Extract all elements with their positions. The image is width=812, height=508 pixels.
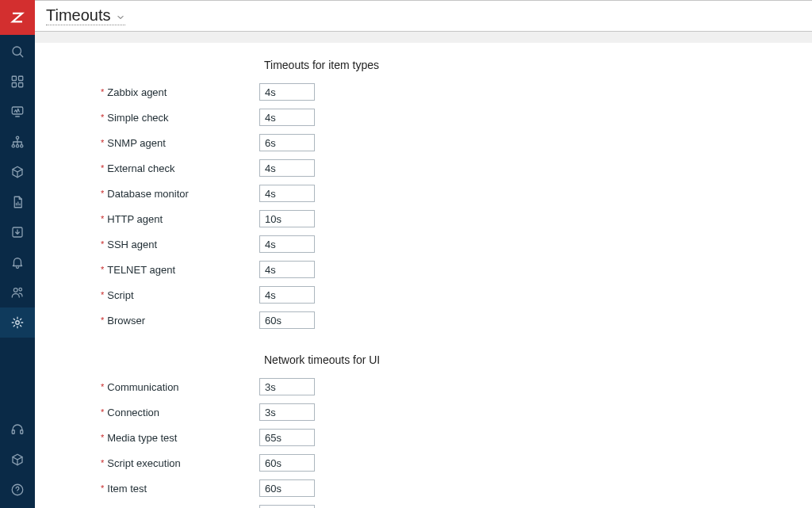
zabbix-logo-icon [10, 10, 25, 25]
main: Timeouts Timeouts for item types *Zabbix… [35, 0, 812, 508]
label-simple-check: Simple check [107, 112, 168, 124]
row-script: *Script [46, 285, 801, 304]
row-database-monitor: *Database monitor [46, 184, 801, 203]
hierarchy-icon [10, 135, 25, 149]
input-snmp-agent[interactable] [259, 134, 315, 151]
sidebar [0, 0, 35, 508]
nav-administration[interactable] [0, 307, 35, 338]
input-connection[interactable] [259, 403, 315, 421]
row-browser: *Browser [46, 311, 801, 330]
search-icon [10, 44, 25, 59]
cube-outline-icon [10, 453, 25, 467]
label-script-execution: Script execution [107, 457, 181, 469]
input-script[interactable] [259, 286, 315, 304]
row-communication: *Communication [46, 377, 801, 396]
input-media-type-test[interactable] [259, 429, 315, 446]
label-zabbix-agent: Zabbix agent [107, 86, 167, 98]
svg-point-0 [13, 47, 21, 55]
section-heading-ui: Network timeouts for UI [264, 353, 801, 366]
nav-search[interactable] [0, 36, 35, 67]
input-http-agent[interactable] [259, 210, 315, 227]
label-browser: Browser [107, 315, 145, 327]
input-communication[interactable] [259, 378, 315, 395]
svg-rect-14 [12, 430, 14, 434]
label-communication: Communication [107, 381, 178, 393]
input-browser[interactable] [259, 311, 315, 329]
input-database-monitor[interactable] [259, 185, 315, 202]
input-scheduled-report-test[interactable] [259, 505, 315, 508]
row-http-agent: *HTTP agent [46, 209, 801, 228]
row-item-test: *Item test [46, 479, 801, 498]
row-snmp-agent: *SNMP agent [46, 133, 801, 152]
page-title: Timeouts [46, 6, 111, 25]
row-ssh-agent: *SSH agent [46, 235, 801, 254]
page-title-dropdown[interactable]: Timeouts [46, 6, 125, 25]
gear-icon [10, 315, 25, 330]
headset-icon [10, 422, 25, 437]
row-connection: *Connection [46, 403, 801, 422]
label-snmp-agent: SNMP agent [107, 137, 165, 149]
nav-support[interactable] [0, 414, 35, 445]
svg-point-11 [13, 288, 17, 292]
nav-data-collection[interactable] [0, 217, 35, 247]
app-logo[interactable] [0, 0, 35, 35]
page-header: Timeouts [35, 0, 812, 32]
label-media-type-test: Media type test [107, 432, 177, 444]
sidebar-nav-bottom [0, 414, 35, 508]
nav-users[interactable] [0, 277, 35, 307]
sidebar-nav-top [0, 35, 35, 414]
chevron-down-icon [116, 13, 125, 22]
users-icon [10, 285, 25, 300]
input-ssh-agent[interactable] [259, 235, 315, 253]
cube-icon [10, 165, 25, 179]
svg-rect-3 [12, 83, 16, 87]
svg-point-17 [17, 492, 18, 493]
bell-icon [10, 255, 25, 269]
nav-integrations[interactable] [0, 445, 35, 475]
download-box-icon [10, 225, 25, 239]
svg-point-12 [19, 288, 22, 291]
label-script: Script [107, 289, 133, 301]
label-database-monitor: Database monitor [107, 188, 189, 200]
label-http-agent: HTTP agent [107, 213, 163, 225]
nav-monitoring[interactable] [0, 97, 35, 127]
input-zabbix-agent[interactable] [259, 83, 315, 101]
nav-help[interactable] [0, 475, 35, 505]
row-simple-check: *Simple check [46, 108, 801, 127]
nav-alerts[interactable] [0, 247, 35, 277]
svg-rect-1 [12, 76, 16, 80]
row-telnet-agent: *TELNET agent [46, 260, 801, 279]
help-icon [10, 483, 25, 497]
input-external-check[interactable] [259, 159, 315, 177]
row-external-check: *External check [46, 159, 801, 178]
input-simple-check[interactable] [259, 109, 315, 126]
row-scheduled-report-test: *Scheduled report test [46, 504, 801, 508]
gray-strip [35, 32, 812, 43]
label-ssh-agent: SSH agent [107, 239, 157, 250]
label-item-test: Item test [107, 483, 147, 495]
nav-inventory[interactable] [0, 157, 35, 187]
monitoring-icon [10, 105, 25, 119]
svg-rect-4 [19, 83, 23, 87]
dashboards-icon [10, 74, 25, 89]
svg-rect-15 [21, 430, 23, 434]
label-telnet-agent: TELNET agent [107, 264, 175, 276]
label-connection: Connection [107, 407, 159, 418]
nav-reports[interactable] [0, 187, 35, 217]
row-script-execution: *Script execution [46, 453, 801, 472]
input-item-test[interactable] [259, 479, 315, 497]
label-external-check: External check [107, 162, 174, 174]
svg-rect-2 [19, 76, 23, 80]
content: Timeouts for item types *Zabbix agent *S… [35, 43, 812, 508]
row-media-type-test: *Media type test [46, 428, 801, 447]
svg-point-13 [16, 321, 20, 325]
nav-services[interactable] [0, 127, 35, 157]
document-chart-icon [10, 195, 25, 209]
nav-dashboards[interactable] [0, 67, 35, 97]
input-telnet-agent[interactable] [259, 261, 315, 278]
input-script-execution[interactable] [259, 454, 315, 472]
row-zabbix-agent: *Zabbix agent [46, 82, 801, 101]
section-heading-item-types: Timeouts for item types [264, 59, 801, 71]
